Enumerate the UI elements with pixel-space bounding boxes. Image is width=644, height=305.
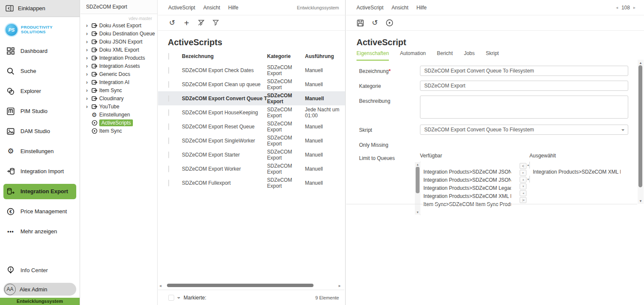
scroll-right-icon[interactable]: ▸ xyxy=(339,283,343,288)
row-checkbox[interactable] xyxy=(168,109,169,116)
tree-item-activescripts[interactable]: ActiveScripts xyxy=(80,119,157,127)
list-item[interactable]: Integration Products>SDZeCOM XML Item Ex… xyxy=(529,168,621,176)
row-checkbox[interactable] xyxy=(168,67,169,74)
sidebar-item-dashboard[interactable]: Dashboard xyxy=(3,44,76,59)
list-item[interactable]: Integration Products>SDZeCOM Legacy XML … xyxy=(420,184,511,192)
next-record-icon[interactable]: ▸ xyxy=(633,5,635,10)
tab-eigenschaften[interactable]: Eigenschaften xyxy=(356,50,389,61)
sidebar-item-integration-import[interactable]: Integration Import xyxy=(3,164,76,179)
run-button[interactable] xyxy=(385,18,394,28)
chevron-right-icon[interactable]: › xyxy=(86,71,92,77)
table-row[interactable]: SDZeCOM Export Reset Queue SDZeCOM Expor… xyxy=(158,119,345,134)
footer-checkbox[interactable] xyxy=(168,295,174,301)
table-row[interactable]: SDZeCOM Fullexport SDZeCOM Export Manuel… xyxy=(158,176,345,190)
table-row[interactable]: SDZeCOM Export SingleWorker SDZeCOM Expo… xyxy=(158,134,345,148)
skript-select[interactable]: SDZeCOM Export Convert Queue To Filesyst… xyxy=(420,125,628,135)
move-all-right-button[interactable]: ▸| xyxy=(520,163,526,169)
chevron-right-icon[interactable]: › xyxy=(86,55,92,61)
row-checkbox[interactable] xyxy=(168,166,169,172)
user-menu[interactable]: AA Alex Admin xyxy=(3,283,76,296)
move-left-button[interactable]: ◂ xyxy=(520,190,526,196)
sidebar-item-explorer[interactable]: Explorer xyxy=(3,84,76,99)
select-all-checkbox[interactable] xyxy=(168,53,169,60)
row-checkbox[interactable] xyxy=(168,180,169,186)
menu-activescript[interactable]: ActiveScript xyxy=(356,5,383,11)
sidebar-item-einstellungen[interactable]: ⚙ Einstellungen xyxy=(3,144,76,159)
sidebar-item-integration-export[interactable]: Integration Export xyxy=(3,184,76,199)
column-kategorie[interactable]: Kategorie xyxy=(267,53,305,59)
chevron-right-icon[interactable]: › xyxy=(86,39,92,45)
chevron-right-icon[interactable]: › xyxy=(86,47,92,53)
prev-record-icon[interactable]: ◂ xyxy=(616,5,618,10)
tree-item-doku-asset-export[interactable]: ›Doku Asset Export xyxy=(80,21,157,29)
clear-filter-button[interactable] xyxy=(196,18,206,28)
menu-hilfe[interactable]: Hilfe xyxy=(228,5,239,11)
list-item[interactable]: Integration Products>SDZeCOM JSON Item E… xyxy=(420,168,511,176)
list-item[interactable]: Integration Products>SDZeCOM JSON Record… xyxy=(420,176,511,184)
sidebar-item-mehr-anzeigen[interactable]: ••• Mehr anzeigen xyxy=(3,224,76,239)
listbox-scrollbar[interactable]: ▴ ▾ xyxy=(420,162,420,215)
tab-jobs[interactable]: Jobs xyxy=(464,50,474,61)
move-all-left-button[interactable]: |◂ xyxy=(520,197,526,203)
row-checkbox[interactable] xyxy=(168,137,169,144)
tab-skript[interactable]: Skript xyxy=(486,50,499,61)
list-item[interactable]: Item Sync>SDZeCOM Item Sync Products xyxy=(420,200,511,209)
vertical-scrollbar[interactable]: ▴ ▾ xyxy=(638,60,644,204)
tree-item-doku-json-export[interactable]: ›Doku JSON Export xyxy=(80,38,157,46)
row-checkbox[interactable] xyxy=(168,81,169,88)
refresh-button[interactable]: ↺ xyxy=(370,18,380,28)
table-row[interactable]: SDZeCOM Export Worker SDZeCOM Export Man… xyxy=(158,162,345,176)
beschreibung-field[interactable] xyxy=(420,96,628,119)
save-button[interactable] xyxy=(356,18,365,28)
menu-activescript[interactable]: ActiveScript xyxy=(168,5,195,11)
menu-hilfe[interactable]: Hilfe xyxy=(417,5,427,11)
tab-bericht[interactable]: Bericht xyxy=(437,50,453,61)
chevron-right-icon[interactable]: › xyxy=(86,31,92,37)
scroll-left-icon[interactable]: ◂ xyxy=(159,283,164,288)
row-checkbox[interactable] xyxy=(168,151,169,158)
chevron-right-icon[interactable]: › xyxy=(86,87,92,93)
sidebar-item-dam-studio[interactable]: DAM Studio xyxy=(3,124,76,139)
row-checkbox[interactable] xyxy=(168,123,169,130)
table-row[interactable]: SDZeCOM Export Starter SDZeCOM Export Ma… xyxy=(158,148,345,162)
table-row[interactable]: SDZeCOM Export HouseKeeping SDZeCOM Expo… xyxy=(158,105,345,119)
tree-item-integration-assets[interactable]: ›Integration Assets xyxy=(80,62,157,70)
available-listbox[interactable]: Integration Products>SDZeCOM JSON Item E… xyxy=(420,162,517,215)
sidebar-item-suche[interactable]: Suche xyxy=(3,64,76,79)
kategorie-field[interactable] xyxy=(420,81,628,91)
collapse-button[interactable]: Einklappen xyxy=(0,0,80,17)
tree-item-cloudinary[interactable]: ›Cloudinary xyxy=(80,94,157,102)
hscroll-thumb[interactable] xyxy=(167,284,313,287)
tree-item-item-sync[interactable]: ›Item Sync xyxy=(80,86,157,94)
chevron-right-icon[interactable]: › xyxy=(86,96,92,102)
tree-item-doku-xml-export[interactable]: ›Doku XML Export xyxy=(80,46,157,54)
chevron-right-icon[interactable]: › xyxy=(86,104,92,110)
chevron-right-icon[interactable]: › xyxy=(86,79,92,85)
move-down-button[interactable]: ▾ xyxy=(520,183,526,189)
tree-item-item-sync-script[interactable]: Item Sync xyxy=(80,127,157,135)
sidebar-item-price-management[interactable]: € Price Management xyxy=(3,204,76,219)
tree-item-generic-docs[interactable]: ›Generic Docs xyxy=(80,70,157,78)
table-row-selected[interactable]: SDZeCOM Export Convert Queue To Files...… xyxy=(158,91,345,105)
column-bezeichnung[interactable]: Bezeichnung xyxy=(182,53,267,59)
selected-listbox[interactable]: Integration Products>SDZeCOM XML Item Ex… xyxy=(529,162,626,183)
horizontal-scrollbar[interactable]: ◂ ▸ xyxy=(158,282,344,288)
table-row[interactable]: SDZeCOM Export Clean up queue SDZeCOM Ex… xyxy=(158,77,345,91)
scroll-up-icon[interactable]: ▴ xyxy=(638,61,644,65)
menu-ansicht[interactable]: Ansicht xyxy=(391,5,408,11)
refresh-button[interactable]: ↺ xyxy=(167,18,177,28)
tree-item-integration-ai[interactable]: ›Integration AI xyxy=(80,78,157,86)
table-row[interactable]: SDZeCOM Export Check Dates SDZeCOM Expor… xyxy=(158,63,345,77)
sidebar-item-pim-studio[interactable]: PIM Studio xyxy=(3,104,76,119)
tree-item-doku-destination-queue[interactable]: ›Doku Destination Queue xyxy=(80,29,157,38)
list-item[interactable]: Integration Products>SDZeCOM XML Record … xyxy=(420,192,511,200)
chevron-right-icon[interactable]: › xyxy=(86,63,92,69)
scroll-down-icon[interactable]: ▾ xyxy=(638,199,644,203)
filter-button[interactable] xyxy=(211,18,220,28)
move-up-button[interactable]: ▴ xyxy=(520,177,526,183)
row-checkbox[interactable] xyxy=(168,95,169,102)
vscroll-thumb[interactable] xyxy=(638,65,642,187)
move-right-button[interactable]: ▸ xyxy=(520,170,526,176)
bezeichnung-field[interactable] xyxy=(420,66,628,76)
add-button[interactable]: + xyxy=(182,18,191,28)
